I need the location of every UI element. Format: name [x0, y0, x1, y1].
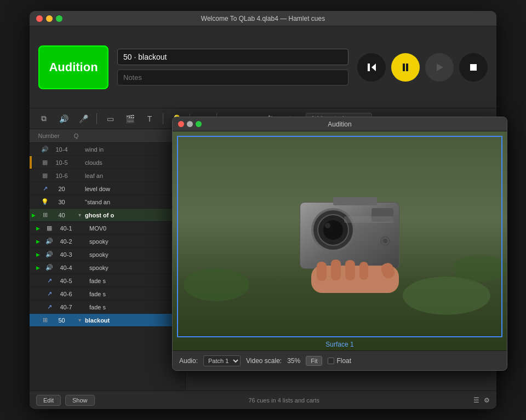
cue-number: 40 — [49, 212, 74, 218]
table-row[interactable]: 💡 30 "stand an — [30, 195, 185, 209]
table-row[interactable]: ▦ 10-6 leaf an — [30, 169, 185, 182]
cue-q: ▾ — [74, 317, 85, 323]
text-icon[interactable]: T — [142, 112, 157, 125]
window-title: Welcome To QLab 4.qlab4 — Hamlet cues — [201, 15, 325, 22]
cue-number: 40-7 — [54, 304, 78, 310]
cue-name: spooky — [89, 238, 183, 245]
cue-name: fade s — [89, 304, 183, 310]
mic-icon[interactable]: 🎤 — [76, 112, 91, 125]
table-row[interactable]: ↗ 40-5 fade s — [30, 274, 185, 287]
audition-modal: Audition — [172, 117, 507, 371]
table-row[interactable]: ▶ 🔊 40-2 spooky — [30, 235, 185, 248]
cue-number: 10-5 — [49, 159, 74, 166]
number-column-header: Number — [30, 131, 68, 140]
svg-rect-24 — [345, 260, 355, 280]
modal-close-button[interactable] — [178, 121, 184, 127]
cue-number: 50 — [49, 317, 74, 324]
cue-name: level dow — [85, 186, 183, 192]
play-icon — [434, 62, 445, 73]
float-label: Float — [336, 357, 351, 365]
play-indicator: ▶ — [36, 265, 45, 271]
cue-q: ▾ — [74, 212, 85, 218]
fit-button[interactable]: Fit — [306, 356, 322, 366]
cue-number: 10-4 — [49, 146, 74, 153]
audition-button[interactable]: Audition — [38, 45, 108, 89]
svg-rect-3 — [406, 64, 408, 71]
svg-rect-16 — [333, 197, 377, 205]
q-column-header: Q — [68, 131, 84, 140]
table-row[interactable]: ↗ 40-6 fade s — [30, 287, 185, 301]
table-row[interactable]: ▶ ▦ 40-1 MOV0 — [30, 222, 185, 235]
svg-marker-0 — [371, 64, 376, 71]
title-bar: Welcome To QLab 4.qlab4 — Hamlet cues — [30, 11, 496, 26]
cue-name: fade s — [89, 291, 183, 297]
table-row[interactable]: ▶ ⊞ 40 ▾ ghost of o — [30, 209, 185, 222]
modal-minimize-button[interactable] — [187, 121, 193, 127]
cue-number-input[interactable] — [117, 49, 348, 65]
settings-icon[interactable]: ⚙ — [484, 396, 490, 404]
top-bar: Audition — [30, 26, 496, 108]
video-scale-label: Video scale: — [246, 357, 282, 365]
table-row[interactable]: ▶ 🔊 40-4 spooky — [30, 261, 185, 274]
table-row[interactable]: ▶ 🔊 40-3 spooky — [30, 248, 185, 261]
rewind-button[interactable] — [357, 53, 386, 82]
float-checkbox[interactable]: Float — [328, 357, 351, 365]
notes-input[interactable] — [117, 70, 348, 85]
cue-name: spooky — [89, 251, 183, 258]
transport-controls — [357, 53, 488, 82]
modal-title-bar: Audition — [173, 117, 507, 131]
edit-button[interactable]: Edit — [36, 395, 61, 406]
float-checkbox-box — [328, 358, 334, 364]
svg-point-14 — [323, 220, 343, 240]
pause-button[interactable] — [391, 53, 420, 82]
modal-bottom-bar: Audio: Patch 1 Video scale: 35% Fit Floa… — [173, 350, 507, 370]
svg-rect-5 — [470, 64, 477, 71]
close-button[interactable] — [36, 15, 43, 22]
modal-traffic-lights — [178, 121, 202, 127]
svg-marker-4 — [437, 64, 443, 71]
surface-label: Surface 1 — [325, 341, 353, 348]
modal-zoom-button[interactable] — [196, 121, 202, 127]
audio-cue-icon: 🔊 — [45, 264, 54, 271]
cue-name: blackout — [85, 317, 183, 324]
show-button[interactable]: Show — [65, 395, 95, 406]
minimize-button[interactable] — [46, 15, 53, 22]
camera-svg — [278, 181, 432, 301]
table-row[interactable]: ↗ 40-7 fade s — [30, 301, 185, 314]
audio-cue-icon: 🔊 — [41, 146, 49, 153]
cue-name: leaf an — [85, 172, 183, 179]
play-indicator: ▶ — [36, 252, 45, 257]
audio-icon[interactable]: 🔊 — [56, 112, 71, 125]
scale-value: 35% — [287, 357, 300, 365]
table-row[interactable]: ▦ 10-5 clouds — [30, 156, 185, 169]
svg-rect-25 — [359, 262, 368, 280]
stop-button[interactable] — [459, 53, 488, 82]
video-icon[interactable]: 🎬 — [122, 112, 138, 125]
table-row[interactable]: 🔊 10-4 wind in — [30, 143, 185, 156]
bottom-bar: Edit Show 76 cues in 4 lists and carts ☰… — [30, 390, 496, 409]
audio-label: Audio: — [179, 357, 198, 365]
svg-rect-22 — [317, 262, 327, 281]
table-row[interactable]: ⊞ 50 ▾ blackout — [30, 314, 185, 327]
list-view-icon[interactable]: ☰ — [473, 396, 479, 404]
screen-icon[interactable]: ▭ — [102, 112, 118, 125]
cue-number: 40-3 — [54, 251, 78, 258]
video-preview: Surface 1 — [173, 131, 507, 350]
group-cue-icon: ⊞ — [41, 211, 49, 218]
maximize-button[interactable] — [56, 15, 62, 22]
cue-list: Number Q 🔊 10-4 wind in ▦ 10-5 clouds — [30, 129, 186, 390]
toolbar-separator-2 — [163, 113, 163, 124]
play-indicator: ▶ — [32, 212, 41, 218]
patch-select[interactable]: Patch 1 — [203, 355, 241, 366]
cue-name: fade s — [89, 278, 183, 284]
cue-number: 10-6 — [49, 172, 74, 179]
video-cue-icon: ▦ — [41, 159, 49, 166]
video-cue-icon: ▦ — [45, 225, 54, 232]
play-button[interactable] — [425, 53, 454, 82]
table-row[interactable]: ↗ 20 level dow — [30, 182, 185, 195]
light-cue-icon: 💡 — [41, 198, 49, 205]
svg-point-20 — [383, 239, 387, 243]
copy-icon[interactable]: ⧉ — [36, 112, 52, 125]
cue-name: ghost of o — [85, 212, 183, 218]
group-cue-icon: ⊞ — [41, 317, 49, 324]
